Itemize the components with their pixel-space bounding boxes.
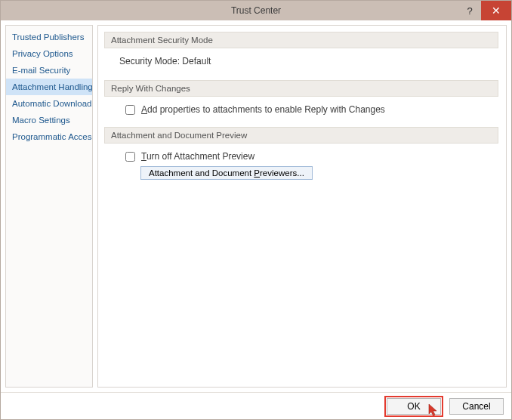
section-attachment-document-preview: Attachment and Document Preview Turn off… [104, 127, 498, 180]
sidebar-item-trusted-publishers[interactable]: Trusted Publishers [6, 29, 92, 45]
checkbox-input[interactable] [125, 105, 135, 115]
checkbox-label: Add properties to attachments to enable … [141, 104, 385, 115]
checkbox-input[interactable] [125, 152, 135, 162]
sidebar: Trusted Publishers Privacy Options E-mai… [5, 25, 93, 388]
section-reply-with-changes: Reply With Changes Add properties to att… [104, 80, 498, 116]
sidebar-item-macro-settings[interactable]: Macro Settings [6, 112, 92, 128]
ok-highlight: OK [384, 396, 443, 417]
sidebar-item-programmatic-access[interactable]: Programmatic Access [6, 128, 92, 145]
previewers-button[interactable]: Attachment and Document Previewers... [140, 166, 313, 180]
sidebar-item-privacy-options[interactable]: Privacy Options [6, 45, 92, 62]
window-title: Trust Center [231, 5, 281, 16]
main-panel: Attachment Security Mode Security Mode: … [97, 25, 507, 388]
sidebar-item-attachment-handling[interactable]: Attachment Handling [6, 79, 92, 95]
section-head: Reply With Changes [104, 80, 498, 97]
checkbox-turn-off-preview[interactable]: Turn off Attachment Preview [104, 150, 498, 163]
section-head: Attachment Security Mode [104, 32, 498, 48]
titlebar-buttons: ? ✕ [458, 1, 511, 20]
ok-button[interactable]: OK [387, 398, 441, 415]
titlebar: Trust Center ? ✕ [1, 1, 511, 20]
checkbox-add-properties[interactable]: Add properties to attachments to enable … [104, 103, 498, 116]
previewers-row: Attachment and Document Previewers... [104, 163, 498, 180]
section-head: Attachment and Document Preview [104, 127, 498, 144]
footer: OK Cancel [1, 392, 511, 419]
cancel-button[interactable]: Cancel [449, 398, 504, 415]
sidebar-item-email-security[interactable]: E-mail Security [6, 62, 92, 79]
section-attachment-security-mode: Attachment Security Mode Security Mode: … [104, 32, 498, 69]
close-icon[interactable]: ✕ [481, 1, 511, 20]
checkbox-label: Turn off Attachment Preview [141, 151, 254, 162]
sidebar-item-automatic-download[interactable]: Automatic Download [6, 95, 92, 112]
client-area: Trusted Publishers Privacy Options E-mai… [1, 20, 511, 392]
security-mode-value: Security Mode: Default [104, 54, 498, 69]
dialog-window: Trust Center ? ✕ Trusted Publishers Priv… [0, 0, 512, 420]
help-icon[interactable]: ? [458, 1, 481, 20]
